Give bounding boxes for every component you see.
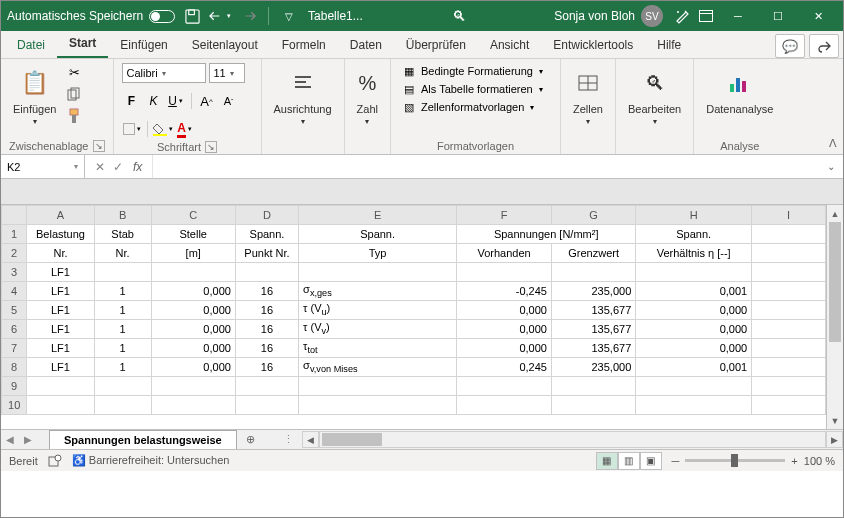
cell[interactable]: LF1 — [27, 282, 94, 301]
cell[interactable]: 0,000 — [457, 320, 552, 339]
tab-view[interactable]: Ansicht — [478, 33, 541, 58]
cell[interactable]: LF1 — [27, 320, 94, 339]
cell[interactable] — [551, 396, 635, 415]
search-icon[interactable]: 🔍︎ — [452, 8, 466, 24]
cell[interactable] — [752, 244, 826, 263]
minimize-button[interactable]: ─ — [719, 2, 757, 30]
alignment-button[interactable]: Ausrichtung▾ — [270, 63, 336, 128]
maximize-button[interactable]: ☐ — [759, 2, 797, 30]
cell[interactable]: Vorhanden — [457, 244, 552, 263]
cell[interactable]: Spannungen [N/mm²] — [457, 225, 636, 244]
share-icon[interactable] — [809, 34, 839, 58]
cell[interactable]: 0,000 — [151, 320, 235, 339]
expand-formula-bar-icon[interactable]: ⌄ — [819, 161, 843, 172]
dialog-launcher-icon[interactable]: ↘ — [205, 141, 217, 153]
cell[interactable]: Spann. — [636, 225, 752, 244]
confirm-formula-icon[interactable]: ✓ — [113, 160, 123, 174]
tab-start[interactable]: Start — [57, 31, 108, 58]
cell[interactable]: Spann. — [299, 225, 457, 244]
row-header[interactable]: 1 — [2, 225, 27, 244]
vertical-scrollbar[interactable]: ▲ ▼ — [826, 205, 843, 429]
font-name-select[interactable]: Calibri▾ — [122, 63, 206, 83]
user-account[interactable]: Sonja von Bloh SV — [554, 5, 663, 27]
cell[interactable]: Stelle — [151, 225, 235, 244]
close-button[interactable]: ✕ — [799, 2, 837, 30]
increase-font-icon[interactable]: A^ — [197, 91, 217, 111]
cell[interactable] — [752, 320, 826, 339]
cell[interactable] — [752, 358, 826, 377]
undo-icon[interactable]: ▾ — [209, 5, 231, 27]
cell[interactable]: 0,001 — [636, 282, 752, 301]
cell[interactable]: σx,ges — [299, 282, 457, 301]
fill-color-icon[interactable]: ▾ — [153, 119, 173, 139]
cell[interactable] — [235, 263, 298, 282]
font-size-select[interactable]: 11▾ — [209, 63, 245, 83]
cell[interactable]: Typ — [299, 244, 457, 263]
scroll-right-icon[interactable]: ▶ — [826, 431, 843, 448]
col-header[interactable]: B — [94, 206, 151, 225]
cell[interactable]: LF1 — [27, 263, 94, 282]
cell[interactable]: -0,245 — [457, 282, 552, 301]
font-color-icon[interactable]: A▾ — [175, 119, 195, 139]
cell[interactable] — [457, 396, 552, 415]
cell[interactable]: 0,000 — [151, 358, 235, 377]
ribbon-display-icon[interactable] — [695, 5, 717, 27]
fx-icon[interactable]: fx — [131, 160, 142, 174]
cell[interactable]: 0,000 — [151, 282, 235, 301]
cell[interactable]: Nr. — [94, 244, 151, 263]
cell[interactable]: τ (Vv) — [299, 320, 457, 339]
try-icon[interactable] — [671, 5, 693, 27]
row-header[interactable]: 9 — [2, 377, 27, 396]
tab-insert[interactable]: Einfügen — [108, 33, 179, 58]
cell[interactable]: 1 — [94, 301, 151, 320]
cell[interactable] — [457, 263, 552, 282]
cell[interactable]: 1 — [94, 320, 151, 339]
row-header[interactable]: 3 — [2, 263, 27, 282]
cell[interactable] — [151, 396, 235, 415]
cell[interactable]: LF1 — [27, 301, 94, 320]
horizontal-scrollbar[interactable] — [319, 431, 826, 448]
cell[interactable] — [636, 377, 752, 396]
col-header[interactable]: D — [235, 206, 298, 225]
paste-button[interactable]: 📋 Einfügen ▾ — [9, 63, 60, 128]
cell[interactable]: 16 — [235, 282, 298, 301]
col-header[interactable]: F — [457, 206, 552, 225]
cell[interactable] — [151, 377, 235, 396]
cell[interactable]: Nr. — [27, 244, 94, 263]
cell[interactable]: σv,von Mises — [299, 358, 457, 377]
cell[interactable]: τ (Vu) — [299, 301, 457, 320]
cell[interactable]: 0,000 — [636, 320, 752, 339]
redo-icon[interactable] — [237, 5, 259, 27]
conditional-formatting-button[interactable]: ▦Bedingte Formatierung▾ — [399, 63, 545, 79]
cell[interactable] — [636, 263, 752, 282]
cell[interactable]: [m] — [151, 244, 235, 263]
editing-button[interactable]: 🔍︎Bearbeiten▾ — [624, 63, 685, 128]
name-box[interactable]: K2▾ — [1, 155, 85, 178]
sheet-tab-active[interactable]: Spannungen belastungsweise — [49, 430, 237, 449]
cell[interactable] — [752, 282, 826, 301]
cell[interactable] — [299, 377, 457, 396]
data-analysis-button[interactable]: Datenanalyse — [702, 63, 777, 117]
col-header[interactable]: A — [27, 206, 94, 225]
row-header[interactable]: 2 — [2, 244, 27, 263]
cell[interactable] — [235, 396, 298, 415]
cell[interactable]: 16 — [235, 339, 298, 358]
decrease-font-icon[interactable]: Aˇ — [219, 91, 239, 111]
autosave-toggle[interactable]: Automatisches Speichern — [7, 9, 175, 23]
cell[interactable] — [27, 377, 94, 396]
cell-styles-button[interactable]: ▧Zellenformatvorlagen▾ — [399, 99, 545, 115]
row-header[interactable]: 6 — [2, 320, 27, 339]
view-normal-icon[interactable]: ▦ — [596, 452, 618, 470]
tab-formulas[interactable]: Formeln — [270, 33, 338, 58]
grid[interactable]: ABCDEFGHI1BelastungStabStelleSpann.Spann… — [1, 205, 826, 429]
cell[interactable] — [299, 263, 457, 282]
tab-layout[interactable]: Seitenlayout — [180, 33, 270, 58]
cell[interactable]: 0,000 — [457, 301, 552, 320]
col-header[interactable]: G — [551, 206, 635, 225]
cell[interactable] — [27, 396, 94, 415]
cell[interactable]: 0,000 — [457, 339, 552, 358]
zoom-in-icon[interactable]: + — [791, 455, 797, 467]
cell[interactable] — [752, 377, 826, 396]
save-icon[interactable] — [181, 5, 203, 27]
format-painter-icon[interactable] — [64, 107, 84, 125]
